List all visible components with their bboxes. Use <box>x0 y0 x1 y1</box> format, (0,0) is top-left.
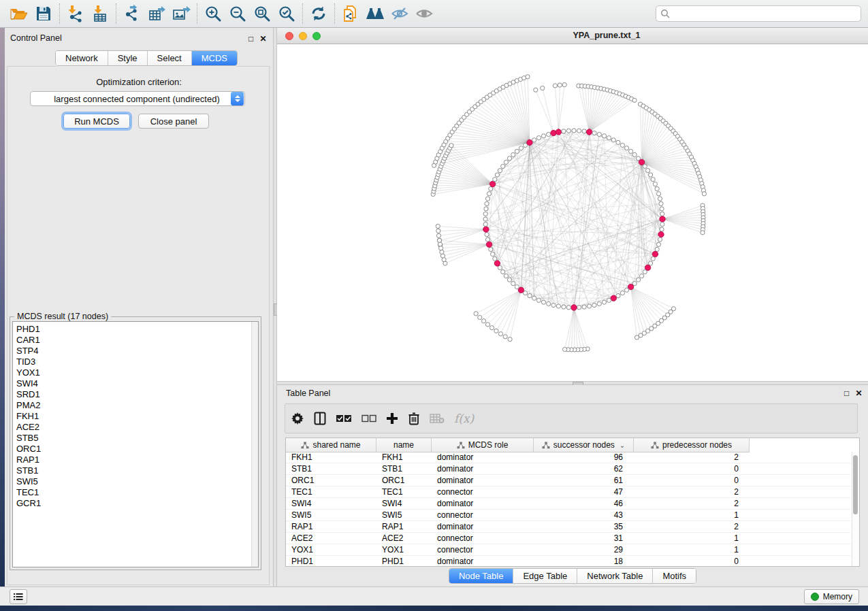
network-canvas[interactable] <box>277 44 868 381</box>
mcds-list-scrollbar[interactable] <box>251 322 258 567</box>
mcds-result-item[interactable]: YOX1 <box>13 367 251 378</box>
float-panel-icon[interactable]: □ <box>246 34 255 43</box>
close-window-traffic-light[interactable] <box>285 32 293 40</box>
search-box[interactable] <box>656 5 861 22</box>
zoom-out-button[interactable] <box>225 2 250 25</box>
export-image-button[interactable] <box>169 2 193 25</box>
create-column-button[interactable] <box>386 408 398 429</box>
table-cell: STB1 <box>286 463 376 474</box>
tab-motifs[interactable]: Motifs <box>653 569 696 583</box>
table-cell: SWI4 <box>286 498 376 509</box>
delete-column-button[interactable] <box>408 408 420 429</box>
mcds-result-item[interactable]: SWI5 <box>13 476 251 487</box>
tab-select[interactable]: Select <box>148 51 192 65</box>
export-table-button[interactable] <box>144 2 169 25</box>
mcds-result-item[interactable]: GCR1 <box>13 498 251 509</box>
mcds-result-item[interactable]: TID3 <box>13 357 251 367</box>
table-cell: dominator <box>432 475 534 486</box>
table-scrollbar[interactable] <box>852 452 859 566</box>
hide-selected-button[interactable] <box>387 2 412 25</box>
criterion-select[interactable]: largest connected component (undirected) <box>30 91 245 106</box>
mcds-result-item[interactable]: STP4 <box>13 346 251 357</box>
column-label: successor nodes <box>553 440 615 450</box>
select-all-button[interactable] <box>336 408 352 429</box>
tab-network-table[interactable]: Network Table <box>577 569 653 583</box>
close-panel-icon[interactable]: ✕ <box>259 34 268 43</box>
save-session-button[interactable] <box>31 2 56 25</box>
close-panel-button[interactable]: Close panel <box>138 114 209 129</box>
table-row[interactable]: YOX1YOX1connector291 <box>286 544 851 556</box>
deselect-all-button[interactable] <box>361 408 376 429</box>
first-neighbors-button[interactable] <box>363 2 387 25</box>
float-table-panel-icon[interactable]: □ <box>842 389 851 397</box>
column-header-predecessor-nodes[interactable]: predecessor nodes <box>634 438 750 452</box>
run-mcds-button[interactable]: Run MCDS <box>63 114 130 129</box>
table-row[interactable]: STB1STB1dominator620 <box>286 463 851 475</box>
table-cell: connector <box>432 544 534 555</box>
mcds-result-item[interactable]: RAP1 <box>13 455 251 465</box>
fit-content-button[interactable] <box>250 2 274 25</box>
minimize-window-traffic-light[interactable] <box>299 32 307 40</box>
show-panels-button[interactable] <box>10 589 27 604</box>
mcds-result-item[interactable]: STB1 <box>13 465 251 476</box>
table-row[interactable]: SWI4SWI4dominator462 <box>286 498 851 510</box>
toolbar-separator <box>302 3 303 24</box>
mcds-result-item[interactable]: CAR1 <box>13 335 251 346</box>
mcds-result-item[interactable]: FKH1 <box>13 411 251 422</box>
table-scrollbar-thumb[interactable] <box>853 455 858 514</box>
tab-mcds[interactable]: MCDS <box>192 51 237 65</box>
mcds-result-item[interactable]: SRD1 <box>13 389 251 400</box>
mcds-result-item[interactable]: STB5 <box>13 433 251 444</box>
column-header-shared-name[interactable]: shared name <box>286 438 376 452</box>
control-panel: Control Panel □ ✕ Network Style Select M… <box>5 28 273 587</box>
mcds-result-item[interactable]: SWI4 <box>13 378 251 389</box>
sort-descending-icon: ⌄ <box>620 442 625 449</box>
open-file-button[interactable] <box>7 2 31 25</box>
show-column-panel-button[interactable] <box>314 408 326 429</box>
tab-edge-table[interactable]: Edge Table <box>513 569 577 583</box>
search-input[interactable] <box>673 8 856 19</box>
memory-button[interactable]: Memory <box>804 589 859 604</box>
toolbar-separator <box>197 3 197 24</box>
close-table-panel-icon[interactable]: ✕ <box>854 389 863 397</box>
table-row[interactable]: RAP1RAP1dominator352 <box>286 521 851 533</box>
mcds-result-list[interactable]: PHD1CAR1STP4TID3YOX1SWI4SRD1PMA2FKH1ACE2… <box>12 321 259 567</box>
table-row[interactable]: FKH1FKH1dominator962 <box>286 452 851 463</box>
tab-network[interactable]: Network <box>56 51 108 65</box>
mcds-result-item[interactable]: PHD1 <box>13 324 251 335</box>
delete-table-icon <box>430 413 445 424</box>
mcds-result-item[interactable]: ORC1 <box>13 444 251 455</box>
network-graph[interactable] <box>277 44 868 381</box>
column-header-successor-nodes[interactable]: successor nodes ⌄ <box>534 438 634 452</box>
export-network-button[interactable] <box>120 2 144 25</box>
show-all-button[interactable] <box>412 2 436 25</box>
table-row[interactable]: TEC1TEC1connector472 <box>286 486 851 498</box>
table-row[interactable]: SWI5SWI5connector431 <box>286 510 851 521</box>
export-table-icon <box>148 5 165 22</box>
clone-network-button[interactable] <box>338 2 363 25</box>
table-cell: 2 <box>634 498 750 509</box>
tab-style[interactable]: Style <box>108 51 148 65</box>
refresh-layout-button[interactable] <box>306 2 331 25</box>
table-settings-button[interactable] <box>291 408 304 429</box>
network-nodes[interactable] <box>431 75 706 352</box>
column-header-mcds-role[interactable]: MCDS role <box>432 438 534 452</box>
table-cell: 35 <box>534 521 634 532</box>
table-cell: SWI5 <box>286 510 376 521</box>
table-row[interactable]: ACE2ACE2connector311 <box>286 533 851 544</box>
column-header-name[interactable]: name <box>376 438 432 452</box>
maximize-window-traffic-light[interactable] <box>312 32 321 40</box>
mcds-result-item[interactable]: PMA2 <box>13 400 251 411</box>
import-network-button[interactable] <box>63 2 88 25</box>
zoom-selected-button[interactable] <box>274 2 299 25</box>
table-row[interactable]: ORC1ORC1dominator610 <box>286 475 851 486</box>
table-cell: YOX1 <box>376 544 432 555</box>
network-window-titlebar[interactable]: YPA_prune.txt_1 <box>277 28 868 44</box>
import-table-button[interactable] <box>88 2 112 25</box>
table-row[interactable]: PHD1PHD1dominator180 <box>286 556 851 567</box>
mcds-result-item[interactable]: TEC1 <box>13 487 251 498</box>
mcds-result-item[interactable]: ACE2 <box>13 422 251 433</box>
table-cell: 0 <box>634 475 750 486</box>
tab-node-table[interactable]: Node Table <box>449 569 514 583</box>
zoom-in-button[interactable] <box>201 2 225 25</box>
